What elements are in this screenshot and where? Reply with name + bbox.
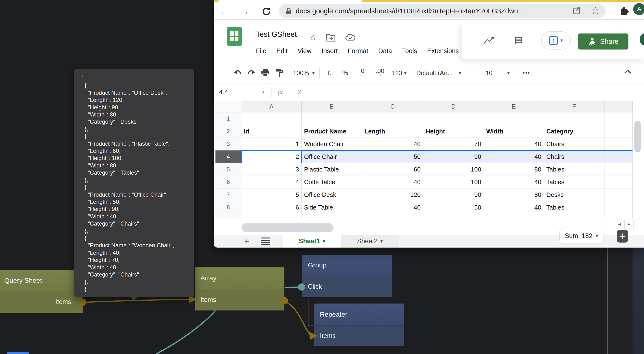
all-sheets-menu-button[interactable] [261, 238, 270, 245]
cell[interactable]: Height [423, 125, 484, 138]
sheets-profile-avatar[interactable] [640, 33, 644, 46]
menu-edit[interactable]: Edit [276, 47, 288, 57]
cell[interactable] [604, 163, 632, 176]
cell[interactable]: Tables [544, 176, 604, 188]
redo-button[interactable] [244, 69, 258, 77]
cell[interactable]: Product Name [302, 125, 362, 138]
cell[interactable]: 40 [362, 201, 423, 214]
cell[interactable]: Wooden Chair [302, 138, 362, 150]
add-sheet-button[interactable]: + [240, 236, 254, 246]
menu-insert[interactable]: Insert [322, 47, 338, 57]
extensions-puzzle-icon[interactable] [618, 6, 629, 17]
cell[interactable] [484, 112, 544, 125]
cell[interactable]: 70 [423, 138, 484, 150]
undo-button[interactable] [230, 69, 244, 77]
address-bar[interactable]: docs.google.com/spreadsheets/d/1D3IRuxIl… [279, 4, 606, 18]
row-header-4[interactable]: 4 [216, 150, 241, 163]
menu-data[interactable]: Data [378, 47, 392, 57]
tab-sheet1-caret[interactable]: ▾ [323, 239, 325, 244]
cell[interactable] [604, 201, 632, 214]
cell[interactable]: 40 [484, 176, 544, 188]
cell[interactable]: Coffe Table [302, 176, 362, 188]
cell[interactable]: 40 [362, 138, 423, 150]
font-select[interactable]: Default (Ari... ▾ [413, 69, 475, 77]
present-to-meet-button[interactable]: ↑ ▾ [541, 31, 571, 49]
menu-file[interactable]: File [256, 47, 266, 57]
cell[interactable]: 80 [484, 188, 544, 201]
node-query-sheet-output-items[interactable]: Items [0, 291, 82, 313]
column-header-D[interactable]: D [423, 101, 484, 112]
cell[interactable]: Category [544, 125, 604, 138]
number-format-menu[interactable]: 123 ▾ [390, 69, 409, 77]
cell[interactable]: 5 [241, 188, 302, 201]
share-page-button[interactable] [572, 5, 582, 17]
horizontal-scrollbar-thumb[interactable] [242, 223, 334, 232]
node-group[interactable]: Group Click [302, 255, 392, 297]
print-button[interactable] [258, 68, 272, 77]
formula-input[interactable]: 2 [297, 88, 301, 96]
node-repeater-title[interactable]: Repeater [314, 304, 404, 325]
name-box-caret[interactable]: ▾ [262, 90, 264, 94]
move-to-folder-icon[interactable] [326, 32, 336, 43]
cell[interactable] [362, 112, 423, 125]
menu-tools[interactable]: Tools [402, 47, 417, 57]
bookmark-star-button[interactable]: ☆ [590, 5, 601, 16]
node-query-sheet-title[interactable]: Query Sheet [0, 270, 82, 291]
cell[interactable] [604, 188, 632, 201]
cell[interactable]: Chairs [544, 150, 604, 163]
cell[interactable]: 40 [484, 201, 544, 214]
column-header-C[interactable]: C [362, 101, 423, 112]
row-header-7[interactable]: 7 [216, 188, 241, 201]
explore-button[interactable] [617, 230, 628, 243]
cell[interactable]: 1 [241, 138, 302, 150]
cell[interactable] [604, 112, 632, 125]
cell[interactable] [302, 112, 362, 125]
cell[interactable]: Tables [544, 163, 604, 176]
row-header-8[interactable]: 8 [216, 201, 241, 214]
menu-view[interactable]: View [298, 47, 312, 57]
increase-decimal-button[interactable]: .00→ [370, 68, 390, 77]
node-repeater-input-items[interactable]: Items [314, 325, 404, 346]
column-header-A[interactable]: A [241, 101, 302, 112]
cell[interactable]: Plastic Table [302, 163, 362, 176]
cell[interactable]: 40 [484, 138, 544, 150]
cell[interactable]: Length [362, 125, 423, 138]
comments-icon[interactable] [513, 35, 525, 48]
vertical-scrollbar-thumb[interactable] [634, 121, 641, 152]
format-percent-button[interactable]: % [337, 69, 353, 77]
column-header-E[interactable]: E [484, 101, 544, 112]
decrease-decimal-button[interactable]: .0← [353, 68, 370, 77]
node-array-input-items[interactable]: Items [195, 289, 284, 311]
cell[interactable] [423, 112, 484, 125]
cell[interactable]: 40 [484, 150, 544, 163]
row-header-3[interactable]: 3 [216, 138, 241, 150]
activity-trend-icon[interactable] [483, 35, 495, 47]
back-button[interactable]: ← [218, 6, 230, 17]
document-title[interactable]: Test GSheet [256, 30, 297, 39]
cell[interactable]: Office Chair [302, 150, 362, 163]
cell[interactable]: 4 [241, 176, 302, 188]
node-array-title[interactable]: Array [195, 267, 284, 289]
cell[interactable]: Desks [544, 188, 604, 201]
browser-active-tab[interactable] [218, 0, 363, 2]
format-currency-button[interactable]: £ [322, 69, 337, 77]
forward-button[interactable]: → [239, 6, 251, 17]
column-header-partial[interactable] [604, 101, 632, 112]
cell[interactable]: Office Desk [302, 188, 362, 201]
menu-format[interactable]: Format [348, 47, 368, 57]
cell[interactable] [544, 112, 604, 125]
more-toolbar-button[interactable]: ••• [520, 70, 533, 76]
tab-sheet1[interactable]: Sheet1 ▾ [283, 235, 341, 248]
paint-format-button[interactable] [272, 68, 286, 78]
cell[interactable]: 100 [423, 163, 484, 176]
name-box[interactable]: 4:4 [219, 88, 262, 96]
cell[interactable] [241, 112, 302, 125]
cell[interactable]: 100 [423, 176, 484, 188]
tab-sheet2-caret[interactable]: ▾ [380, 239, 383, 244]
node-repeater[interactable]: Repeater Items [314, 304, 404, 346]
select-all-corner[interactable] [216, 101, 241, 112]
cell[interactable]: Width [484, 125, 544, 138]
cell[interactable]: 90 [423, 150, 484, 163]
tab-sheet2[interactable]: Sheet2 ▾ [341, 235, 399, 248]
cell[interactable]: 6 [241, 201, 302, 214]
